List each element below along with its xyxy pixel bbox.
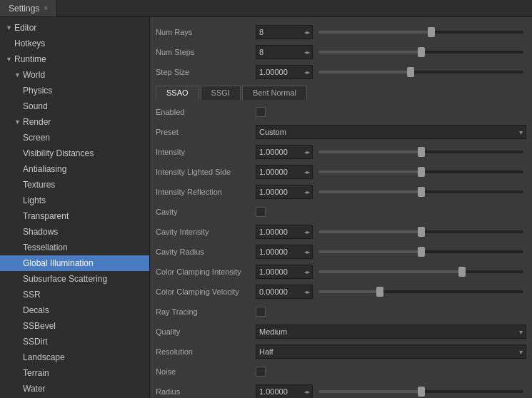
- sidebar-item-terrain[interactable]: Terrain: [0, 365, 149, 381]
- resolution-row: Resolution Half ▾: [156, 342, 526, 361]
- top-slider-value-box[interactable]: 8 ◂▸: [256, 25, 313, 39]
- ssao-prop-value-box[interactable]: 1.00000 ◂▸: [256, 225, 313, 239]
- top-slider-track[interactable]: [318, 51, 523, 53]
- ssao-slider-track[interactable]: [318, 250, 523, 253]
- ssao-slider-track[interactable]: [318, 170, 523, 173]
- noise-row: Noise: [156, 362, 526, 381]
- quality-dropdown[interactable]: Medium ▾: [256, 325, 526, 339]
- bottom-spinner-icon: ◂▸: [302, 389, 312, 395]
- ssao-prop-value-box[interactable]: 1.00000 ◂▸: [256, 165, 313, 179]
- ssao-prop-row-4: Cavity Intensity 1.00000 ◂▸: [156, 223, 526, 241]
- ssao-slider-track[interactable]: [318, 190, 523, 193]
- sidebar-item-hotkeys[interactable]: Hotkeys: [0, 36, 149, 51]
- ssao-prop-value-box[interactable]: 1.00000 ◂▸: [256, 185, 313, 199]
- ssao-slider-thumb[interactable]: [418, 167, 425, 177]
- sidebar-item-antialiasing[interactable]: Antialiasing: [0, 161, 149, 177]
- sidebar-item-decals[interactable]: Decals: [0, 302, 149, 318]
- bottom-prop-value: 1.00000: [256, 387, 302, 396]
- ssao-prop-checkbox[interactable]: [256, 307, 266, 317]
- preset-dropdown[interactable]: Custom ▾: [256, 125, 526, 139]
- ssao-prop-value-box[interactable]: 1.00000 ◂▸: [256, 265, 313, 279]
- sidebar-item-subsurface-scattering[interactable]: Subsurface Scattering: [0, 271, 149, 287]
- ssao-slider-track[interactable]: [318, 150, 523, 153]
- ssao-prop-row-0: Intensity 1.00000 ◂▸: [156, 143, 526, 161]
- sidebar-item-global-illumination[interactable]: Global Illumination: [0, 255, 149, 271]
- arrow-icon: ▼: [14, 68, 23, 81]
- ssao-slider-thumb[interactable]: [418, 147, 425, 157]
- sidebar-item-landscape[interactable]: Landscape: [0, 349, 149, 365]
- sidebar-item-screen[interactable]: Screen: [0, 130, 149, 146]
- tab-close-button[interactable]: ×: [44, 4, 48, 12]
- resolution-dropdown[interactable]: Half ▾: [256, 345, 526, 359]
- sidebar-item-sound[interactable]: Sound: [0, 98, 149, 114]
- bottom-slider-track[interactable]: [318, 390, 523, 393]
- ssao-slider-fill: [318, 230, 421, 233]
- top-slider-track[interactable]: [318, 31, 523, 34]
- ssao-prop-value-box[interactable]: 1.00000 ◂▸: [256, 145, 313, 159]
- top-slider-track[interactable]: [318, 71, 523, 73]
- ssao-prop-row-2: Intensity Reflection 1.00000 ◂▸: [156, 183, 526, 201]
- sidebar-item-ssr[interactable]: SSR: [0, 287, 149, 302]
- sidebar-item-textures[interactable]: Textures: [0, 177, 149, 193]
- resolution-label: Resolution: [156, 347, 256, 356]
- top-slider-row-2: Step Size 1.00000 ◂▸: [156, 63, 526, 81]
- sidebar-item-physics[interactable]: Physics: [0, 83, 149, 98]
- enabled-checkbox[interactable]: [256, 107, 266, 117]
- ssao-prop-label: Color Clamping Intensity: [156, 267, 256, 276]
- ssao-slider-thumb[interactable]: [418, 247, 425, 257]
- top-slider-value-box[interactable]: 1.00000 ◂▸: [256, 65, 313, 79]
- settings-tab[interactable]: Settings ×: [0, 0, 57, 16]
- sidebar-item-transparent[interactable]: Transparent: [0, 208, 149, 224]
- ssao-slider-thumb[interactable]: [458, 267, 466, 277]
- sidebar-item-lights[interactable]: Lights: [0, 193, 149, 208]
- ssao-slider-thumb[interactable]: [376, 287, 383, 297]
- ssao-prop-value: 0.00000: [256, 287, 302, 296]
- ssao-slider-thumb[interactable]: [418, 227, 425, 237]
- ssao-spinner-icon: ◂▸: [302, 249, 312, 255]
- ssao-prop-value-box[interactable]: 0.00000 ◂▸: [256, 285, 313, 299]
- ssao-prop-value: 1.00000: [256, 267, 302, 276]
- inner-tab-bent-normal[interactable]: Bent Normal: [242, 86, 307, 100]
- sidebar-item-ssbevel[interactable]: SSBevel: [0, 318, 149, 334]
- ssao-prop-value-box[interactable]: 1.00000 ◂▸: [256, 245, 313, 259]
- sidebar-item-ssdirt[interactable]: SSDirt: [0, 334, 149, 349]
- noise-checkbox[interactable]: [256, 367, 266, 377]
- sidebar-item-editor[interactable]: ▼ Editor: [0, 20, 149, 36]
- ssao-prop-checkbox[interactable]: [256, 207, 266, 217]
- preset-label: Preset: [156, 128, 256, 136]
- inner-tab-ssgi[interactable]: SSGI: [201, 86, 241, 100]
- preset-row: Preset Custom ▾: [156, 123, 526, 141]
- sidebar-item-shadows[interactable]: Shadows: [0, 224, 149, 240]
- ssao-slider-thumb[interactable]: [418, 187, 425, 197]
- bottom-slider-thumb[interactable]: [418, 387, 425, 397]
- ssao-spinner-icon: ◂▸: [302, 169, 312, 175]
- sidebar-item-water[interactable]: Water: [0, 381, 149, 397]
- ssao-prop-label: Cavity Radius: [156, 248, 256, 256]
- ssao-slider-fill: [318, 290, 380, 293]
- sidebar-item-runtime[interactable]: ▼ Runtime: [0, 51, 149, 67]
- inner-tab-ssao[interactable]: SSAO: [156, 86, 199, 100]
- quality-row: Quality Medium ▾: [156, 322, 526, 341]
- inner-tabs: SSAOSSGIBent Normal: [156, 86, 526, 100]
- sidebar-item-render[interactable]: ▼ Render: [0, 114, 149, 130]
- ssao-prop-row-1: Intensity Lighted Side 1.00000 ◂▸: [156, 163, 526, 181]
- top-slider-thumb[interactable]: [428, 27, 435, 37]
- ssao-slider-track[interactable]: [318, 270, 523, 273]
- top-slider-thumb[interactable]: [418, 47, 425, 57]
- ssao-prop-value: 1.00000: [256, 228, 302, 236]
- ssao-prop-label: Ray Tracing: [156, 307, 256, 316]
- ssao-prop-label: Cavity: [156, 208, 256, 216]
- sidebar-item-world[interactable]: ▼ World: [0, 67, 149, 83]
- ssao-slider-track[interactable]: [318, 290, 523, 293]
- bottom-prop-value-box[interactable]: 1.00000 ◂▸: [256, 384, 313, 398]
- top-slider-thumb[interactable]: [407, 67, 414, 77]
- sidebar-item-tessellation[interactable]: Tessellation: [0, 240, 149, 255]
- arrow-icon: ▼: [6, 21, 14, 34]
- ssao-slider-track[interactable]: [318, 230, 523, 233]
- top-slider-fill: [318, 71, 411, 73]
- top-slider-value-box[interactable]: 8 ◂▸: [256, 45, 313, 59]
- sidebar-item-visibility-distances[interactable]: Visibility Distances: [0, 146, 149, 161]
- top-slider-spinner-icon: ◂▸: [302, 29, 312, 36]
- enabled-label: Enabled: [156, 108, 256, 116]
- arrow-icon: ▼: [14, 116, 23, 128]
